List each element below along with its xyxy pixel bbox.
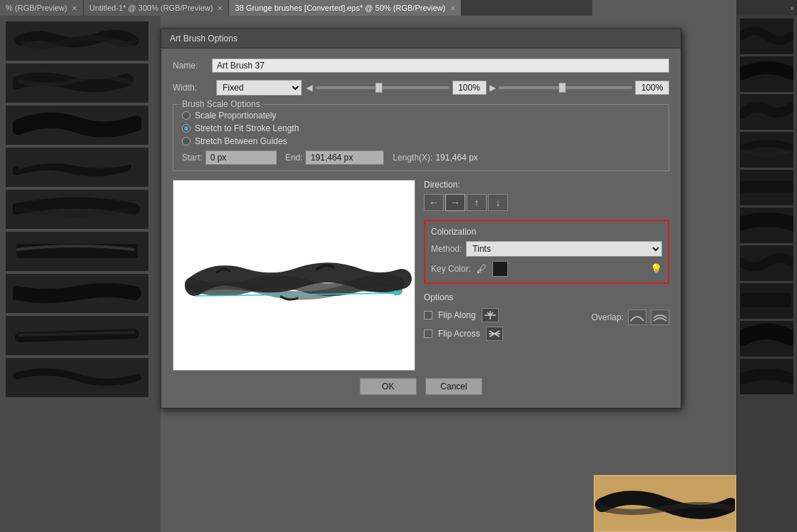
brush-item-8[interactable]	[6, 316, 148, 355]
right-brush-item-6[interactable]	[740, 208, 793, 243]
tab-2-close[interactable]: ✕	[450, 4, 455, 12]
radio-scale-proportionate[interactable]	[182, 111, 191, 120]
arrow-right-icon: ▶	[489, 83, 496, 93]
brush-item-2[interactable]	[6, 63, 148, 103]
tab-0[interactable]: % (RGB/Preview) ✕	[0, 0, 83, 16]
radio-row-stretch: Stretch to Fit Stroke Length	[182, 123, 660, 133]
right-brush-list	[737, 16, 797, 397]
overlap-label: Overlap:	[592, 312, 624, 322]
slider-track-2[interactable]	[499, 86, 633, 89]
right-brush-item-2[interactable]	[740, 56, 793, 92]
right-panel-header: »	[737, 0, 797, 16]
right-brush-item-8[interactable]	[740, 283, 793, 319]
options-title: Options	[424, 292, 669, 302]
method-select[interactable]: Tints None Tints and Shades Hue Shift	[466, 241, 662, 257]
dialog-buttons: OK Cancel	[173, 371, 669, 398]
slider-section-1: ◀ ▶	[306, 81, 669, 95]
direction-section: Direction: ← → ↑ ↓	[424, 180, 669, 211]
direction-down-btn[interactable]: ↓	[488, 194, 508, 211]
right-brush-item-4[interactable]	[740, 132, 793, 168]
direction-left-btn[interactable]: ←	[424, 194, 444, 211]
options-section: Options Flip Along Overl	[424, 292, 669, 341]
width-percent-1[interactable]	[452, 81, 487, 95]
name-label: Name:	[173, 61, 212, 71]
colorization-title: Colorization	[431, 227, 662, 237]
flip-across-label: Flip Across	[438, 329, 480, 339]
preview-box	[173, 180, 415, 371]
right-brush-item-3[interactable]	[740, 94, 793, 130]
brush-list	[0, 16, 161, 403]
brush-item-7[interactable]	[6, 274, 148, 313]
left-brush-panel	[0, 16, 161, 532]
start-input[interactable]	[205, 150, 277, 165]
tip-icon[interactable]: 💡	[650, 263, 662, 275]
end-field: End:	[285, 150, 385, 165]
start-label: Start:	[182, 153, 203, 163]
flip-along-row: Flip Along Overlap:	[424, 308, 669, 327]
radio-label-scale: Scale Proportionately	[195, 111, 276, 121]
brush-item-5[interactable]	[6, 190, 148, 229]
cancel-button[interactable]: Cancel	[425, 378, 482, 395]
brush-scale-label: Brush Scale Options	[179, 99, 263, 109]
tab-0-label: % (RGB/Preview)	[6, 4, 67, 12]
name-row: Name:	[173, 58, 669, 73]
flip-across-checkbox[interactable]	[424, 329, 432, 338]
arrow-left-icon: ◀	[306, 83, 313, 93]
direction-right-btn[interactable]: →	[445, 194, 465, 211]
key-color-swatch[interactable]	[492, 261, 508, 277]
dialog-title: Art Brush Options	[161, 29, 681, 48]
radio-stretch-stroke[interactable]	[182, 124, 191, 133]
radio-label-stretch: Stretch to Fit Stroke Length	[195, 123, 299, 133]
brush-item-4[interactable]	[6, 148, 148, 187]
thumbnail-svg	[595, 476, 736, 532]
width-row: Width: Fixed ◀ ▶	[173, 80, 669, 96]
direction-up-btn[interactable]: ↑	[467, 194, 487, 211]
right-brush-item-9[interactable]	[740, 321, 793, 357]
brush-scale-group: Brush Scale Options Scale Proportionatel…	[173, 104, 669, 171]
panel-collapse-icon[interactable]: »	[790, 4, 794, 12]
brush-item-6[interactable]	[6, 232, 148, 271]
name-input[interactable]	[212, 58, 669, 73]
tab-2[interactable]: 38 Grunge brushes [Converted].eps* @ 50%…	[229, 0, 462, 16]
colorization-box: Colorization Method: Tints None Tints an…	[424, 220, 669, 284]
tab-1[interactable]: Untitled-1* @ 300% (RGB/Preview) ✕	[83, 0, 229, 16]
flip-along-checkbox[interactable]	[424, 311, 432, 319]
flip-across-checkbox-row: Flip Across	[424, 327, 669, 341]
end-input[interactable]	[305, 150, 384, 165]
slider-thumb-1[interactable]	[375, 83, 382, 93]
key-color-label: Key Color:	[431, 264, 471, 274]
overlap-btn-2[interactable]	[651, 310, 669, 325]
options-panel: Direction: ← → ↑ ↓ Colorization Method: …	[424, 180, 669, 371]
preview-svg	[173, 180, 415, 371]
eyedropper-icon[interactable]: 🖋	[477, 263, 487, 275]
radio-stretch-guides[interactable]	[182, 137, 191, 145]
end-label: End:	[285, 153, 303, 163]
brush-item-9[interactable]	[6, 358, 148, 397]
method-row: Method: Tints None Tints and Shades Hue …	[431, 241, 662, 257]
brush-item-3[interactable]	[6, 106, 148, 145]
flip-along-icon	[482, 308, 499, 322]
tab-0-close[interactable]: ✕	[71, 4, 77, 12]
width-select[interactable]: Fixed	[216, 80, 302, 96]
radio-label-guides: Stretch Between Guides	[195, 136, 287, 146]
method-label: Method:	[431, 244, 462, 254]
dialog-body: Name: Width: Fixed ◀ ▶	[161, 48, 681, 408]
slider-thumb-2[interactable]	[559, 83, 566, 93]
brush-item-1[interactable]	[6, 21, 148, 61]
width-percent-2[interactable]	[635, 81, 669, 95]
radio-row-guides: Stretch Between Guides	[182, 136, 660, 146]
right-brush-item-10[interactable]	[740, 359, 793, 394]
right-brush-item-7[interactable]	[740, 245, 793, 281]
flip-along-checkbox-row: Flip Along	[424, 308, 499, 322]
direction-buttons: ← → ↑ ↓	[424, 194, 669, 211]
ok-button[interactable]: OK	[360, 378, 417, 395]
length-label: Length(X):	[392, 153, 432, 163]
overlap-btn-1[interactable]	[628, 310, 646, 325]
tab-1-close[interactable]: ✕	[217, 4, 223, 12]
svg-rect-1	[741, 293, 791, 307]
slider-track-1[interactable]	[315, 86, 450, 89]
right-brush-item-1[interactable]	[740, 19, 793, 54]
width-label: Width:	[173, 83, 212, 93]
right-brush-item-5[interactable]	[740, 170, 793, 205]
content-area: Direction: ← → ↑ ↓ Colorization Method: …	[173, 180, 669, 371]
